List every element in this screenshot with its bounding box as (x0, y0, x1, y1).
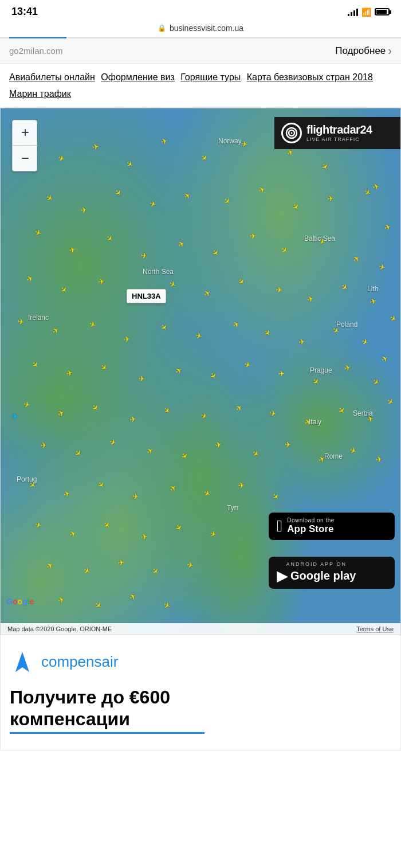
fr24-sub: LIVE AIR TRAFFIC (306, 136, 372, 142)
plane-icon: ✈ (241, 139, 249, 148)
ad-more-button[interactable]: Подробнее › (335, 44, 392, 57)
plane-icon: ✈ (275, 286, 282, 294)
ad-more-label: Подробнее (335, 45, 386, 57)
ad-banner[interactable]: go2milan.com Подробнее › (0, 38, 401, 64)
map-label-northsea: North Sea (143, 268, 174, 276)
map-label-portug: Portug (17, 475, 37, 483)
zoom-controls: + − (12, 120, 37, 171)
svg-point-2 (291, 132, 293, 134)
map-label-ireland: Irelanc (28, 314, 49, 322)
flight-map[interactable]: ✈✈✈✈✈✈✈✈✈✈✈✈✈✈✈✈✈✈✈✈✈✈✈✈✈✈✈✈✈✈✈✈✈✈✈✈✈✈✈✈… (0, 108, 401, 635)
map-label-prague: Prague (310, 366, 332, 374)
browser-bar[interactable]: 🔒 businessvisit.com.ua (0, 21, 401, 38)
fr24-logo-text: flightradar24 LIVE AIR TRAFFIC (306, 123, 372, 142)
plane-icon: ✈ (92, 142, 100, 151)
app-store-button[interactable]:  Download on the App Store (269, 513, 395, 540)
plane-icon: ✈ (140, 532, 148, 541)
plane-icon: ✈ (17, 317, 25, 326)
map-label-baltic: Baltic Sea (304, 234, 335, 243)
status-icons: 📶 (348, 7, 390, 17)
plane-icon: ✈ (327, 194, 335, 203)
compensair-headline: Получите до €600 компенсации (10, 686, 391, 734)
plane-icon: ✈ (123, 334, 131, 343)
status-bar: 13:41 📶 (0, 0, 401, 21)
map-terms-link[interactable]: Terms of Use (356, 625, 394, 632)
plane-icon: ✈ (117, 558, 125, 566)
flight-tooltip[interactable]: HNL33A (127, 289, 166, 303)
app-store-name: App Store (287, 523, 335, 535)
google-play-button[interactable]: ANDROID APP ON ▶ Google play (269, 557, 395, 589)
map-label-norway: Norway (218, 137, 242, 145)
android-logo: ANDROID APP ON ▶ Google play (277, 561, 356, 584)
android-sub: ANDROID APP ON (286, 561, 347, 567)
flightradar24-logo[interactable]: flightradar24 LIVE AIR TRAFFIC (274, 117, 400, 149)
blue-plane-icon: ✈ (11, 412, 18, 421)
zoom-in-button[interactable]: + (13, 120, 38, 146)
apple-icon:  (277, 517, 282, 535)
map-data-text: Map data ©2020 Google, ORION-ME (7, 625, 112, 632)
lock-icon: 🔒 (158, 24, 166, 32)
plane-icon: ✈ (269, 409, 277, 418)
nav-link-aviabilety[interactable]: Авиабилеты онлайн (9, 72, 95, 82)
android-name: ▶ Google play (277, 568, 356, 584)
plane-icon: ✈ (238, 480, 245, 489)
nav-link-karta[interactable]: Карта безвизовых стран 2018 (247, 72, 373, 82)
fr24-logo-icon (281, 123, 302, 143)
compensair-underline (10, 732, 205, 734)
compensair-logo[interactable]: compensair (10, 649, 391, 675)
plane-icon: ✈ (278, 369, 285, 377)
compensair-logo-text: compensair (41, 653, 118, 671)
nav-link-goryashchie[interactable]: Горящие туры (180, 72, 241, 82)
fr24-name: flightradar24 (306, 123, 372, 136)
map-label-lith: Lith (367, 285, 378, 293)
map-label-serbia: Serbia (353, 409, 373, 417)
app-store-sub: Download on the (287, 517, 335, 523)
battery-icon (375, 8, 390, 15)
compensair-logo-icon (10, 649, 36, 675)
nav-link-marin[interactable]: Марин трафик (9, 89, 71, 99)
nav-links: Авиабилеты онлайн Оформление виз Горящие… (0, 64, 401, 108)
plane-icon: ✈ (137, 374, 145, 383)
plane-icon: ✈ (80, 205, 88, 214)
zoom-out-button[interactable]: − (13, 146, 38, 171)
chevron-right-icon: › (388, 44, 392, 57)
url-text: businessvisit.com.ua (170, 24, 243, 33)
signal-bars-icon (348, 8, 358, 16)
wifi-icon: 📶 (361, 7, 371, 17)
plane-icon: ✈ (140, 251, 148, 260)
plane-icon: ✈ (298, 337, 306, 346)
plane-icon: ✈ (375, 455, 383, 464)
svg-marker-3 (15, 652, 29, 672)
map-label-tyrr: Tyrr (227, 504, 239, 512)
map-data-bar: Map data ©2020 Google, ORION-ME Terms of… (1, 623, 400, 635)
status-time: 13:41 (11, 6, 38, 18)
google-watermark: Google (6, 597, 34, 606)
nav-link-vizy[interactable]: Оформление виз (101, 72, 175, 82)
plane-icon: ✈ (40, 440, 48, 449)
plane-icon: ✈ (284, 440, 291, 449)
map-background (1, 108, 400, 635)
app-store-text: Download on the App Store (287, 517, 335, 535)
ad-source: go2milan.com (9, 46, 62, 56)
map-label-poland: Poland (336, 320, 357, 329)
plane-icon: ✈ (132, 492, 140, 501)
compensair-section: compensair Получите до €600 компенсации (0, 635, 401, 751)
plane-icon: ✈ (97, 277, 105, 286)
plane-icon: ✈ (129, 415, 137, 424)
map-label-rome: Rome (324, 452, 343, 460)
plane-icon: ✈ (249, 231, 257, 240)
map-label-italy: Italy (309, 418, 321, 426)
